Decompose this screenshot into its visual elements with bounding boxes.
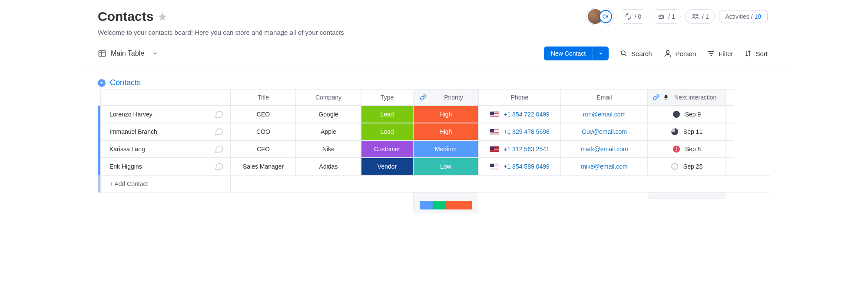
comment-icon[interactable] xyxy=(214,126,224,138)
cell-name[interactable]: Erik Higgins xyxy=(100,158,231,175)
phone-link[interactable]: +1 854 722 0499 xyxy=(504,111,550,118)
table-row[interactable]: Lorenzo HarveyCEOGoogleLeadHigh+1 854 72… xyxy=(98,106,770,123)
group-title[interactable]: Contacts xyxy=(110,78,141,87)
cell-phone[interactable]: +1 325 478 5698 xyxy=(478,123,561,140)
new-contact-button[interactable]: New Contact xyxy=(544,47,609,60)
people-icon xyxy=(691,13,699,20)
members-pill[interactable]: / 1 xyxy=(685,9,715,24)
new-contact-label: New Contact xyxy=(544,47,593,60)
cell-next[interactable]: Sep 25 xyxy=(648,158,726,175)
add-row-tail xyxy=(231,175,770,193)
col-company-header[interactable]: Company xyxy=(296,89,361,106)
cell-company[interactable]: Nike xyxy=(296,140,361,158)
cell-priority[interactable]: Low xyxy=(413,158,478,175)
col-email-header[interactable]: Email xyxy=(561,89,648,106)
cell-email[interactable]: ron@email.com xyxy=(561,106,648,123)
person-filter-button[interactable]: Person xyxy=(663,49,696,58)
table-row[interactable]: Karissa LangCFONikeCustomerMedium+1 312 … xyxy=(98,140,770,158)
comment-icon[interactable] xyxy=(214,161,224,173)
col-priority-header[interactable]: Priority xyxy=(413,89,478,106)
col-phone-header[interactable]: Phone xyxy=(478,89,561,106)
phone-link[interactable]: +1 312 563 2541 xyxy=(504,146,550,153)
col-name-header[interactable] xyxy=(100,89,231,106)
row-tail xyxy=(726,158,734,175)
cell-phone[interactable]: +1 312 563 2541 xyxy=(478,140,561,158)
cell-title[interactable]: CFO xyxy=(231,140,296,158)
svg-point-8 xyxy=(666,50,669,53)
cell-email[interactable]: Guy@email.com xyxy=(561,123,648,140)
cell-type[interactable]: Lead xyxy=(361,106,413,123)
automations-pill[interactable]: / 0 xyxy=(619,9,647,24)
col-next-header[interactable]: Next interaction xyxy=(648,89,726,106)
phone-link[interactable]: +1 325 478 5698 xyxy=(504,128,550,135)
comment-icon[interactable] xyxy=(214,143,224,155)
activities-button[interactable]: Activities / 10 xyxy=(719,10,768,23)
cell-next[interactable]: Sep 11 xyxy=(648,123,726,140)
add-contact-row[interactable]: + Add Contact xyxy=(100,175,231,193)
cell-name[interactable]: Immanuel Branch xyxy=(100,123,231,140)
next-date: Sep 9 xyxy=(685,111,701,118)
board-viewers[interactable] xyxy=(586,8,614,25)
status-progress-icon xyxy=(671,128,678,135)
cell-priority[interactable]: High xyxy=(413,123,478,140)
cell-phone[interactable]: +1 854 722 0499 xyxy=(478,106,561,123)
us-flag-icon xyxy=(490,111,499,117)
cell-priority[interactable]: Medium xyxy=(413,140,478,158)
automation-icon xyxy=(624,13,632,20)
row-tail xyxy=(726,123,734,140)
cell-priority[interactable]: High xyxy=(413,106,478,123)
filter-button[interactable]: Filter xyxy=(707,50,733,57)
email-link[interactable]: mark@email.com xyxy=(580,146,628,153)
activities-label: Activities / xyxy=(726,13,753,20)
board-subtitle: Welcome to your contacts board! Here you… xyxy=(95,25,773,36)
view-label: Main Table xyxy=(111,50,144,57)
col-type-header[interactable]: Type xyxy=(361,89,413,106)
svg-point-3 xyxy=(662,17,663,17)
search-button[interactable]: Search xyxy=(620,50,652,57)
person-label: Person xyxy=(676,50,696,57)
cell-next[interactable]: Sep 9 xyxy=(648,106,726,123)
cell-company[interactable]: Apple xyxy=(296,123,361,140)
view-selector[interactable]: Main Table xyxy=(98,49,158,58)
dist-low xyxy=(433,201,446,209)
table-row[interactable]: Immanuel BranchCOOAppleLeadHigh+1 325 47… xyxy=(98,123,770,140)
sort-button[interactable]: Sort xyxy=(744,50,768,57)
activities-count: 10 xyxy=(754,13,761,20)
cell-email[interactable]: mark@email.com xyxy=(561,140,648,158)
new-contact-dropdown[interactable] xyxy=(593,47,609,60)
cell-name[interactable]: Karissa Lang xyxy=(100,140,231,158)
cell-company[interactable]: Adidas xyxy=(296,158,361,175)
col-title-header[interactable]: Title xyxy=(231,89,296,106)
email-link[interactable]: Guy@email.com xyxy=(582,128,627,135)
add-column-button[interactable] xyxy=(726,89,734,106)
cell-type[interactable]: Lead xyxy=(361,123,413,140)
cell-title[interactable]: CEO xyxy=(231,106,296,123)
phone-link[interactable]: +1 854 589 0499 xyxy=(504,163,550,170)
cell-type[interactable]: Vendor xyxy=(361,158,413,175)
comment-icon[interactable] xyxy=(214,109,224,120)
cell-company[interactable]: Google xyxy=(296,106,361,123)
email-link[interactable]: ron@email.com xyxy=(583,111,626,118)
next-date: Sep 25 xyxy=(683,163,702,170)
row-tail xyxy=(726,106,734,123)
cell-title[interactable]: COO xyxy=(231,123,296,140)
cell-title[interactable]: Sales Manager xyxy=(231,158,296,175)
sort-icon xyxy=(744,50,752,57)
col-priority-label: Priority xyxy=(444,94,463,101)
cell-phone[interactable]: +1 854 589 0499 xyxy=(478,158,561,175)
integrations-pill[interactable]: / 1 xyxy=(651,9,681,24)
cell-type[interactable]: Customer xyxy=(361,140,413,158)
next-summary xyxy=(648,193,726,199)
cell-email[interactable]: mike@email.com xyxy=(561,158,648,175)
priority-summary[interactable] xyxy=(413,193,478,213)
table-row[interactable]: Erik HigginsSales ManagerAdidasVendorLow… xyxy=(98,158,770,175)
us-flag-icon xyxy=(490,163,499,169)
email-link[interactable]: mike@email.com xyxy=(581,163,628,170)
next-date: Sep 8 xyxy=(685,146,701,153)
collapse-group-button[interactable] xyxy=(98,79,106,87)
cell-next[interactable]: Sep 8 xyxy=(648,140,726,158)
cell-name[interactable]: Lorenzo Harvey xyxy=(100,106,231,123)
row-tail xyxy=(726,140,734,158)
favorite-star-icon[interactable] xyxy=(158,12,167,21)
robot-icon xyxy=(657,13,666,20)
